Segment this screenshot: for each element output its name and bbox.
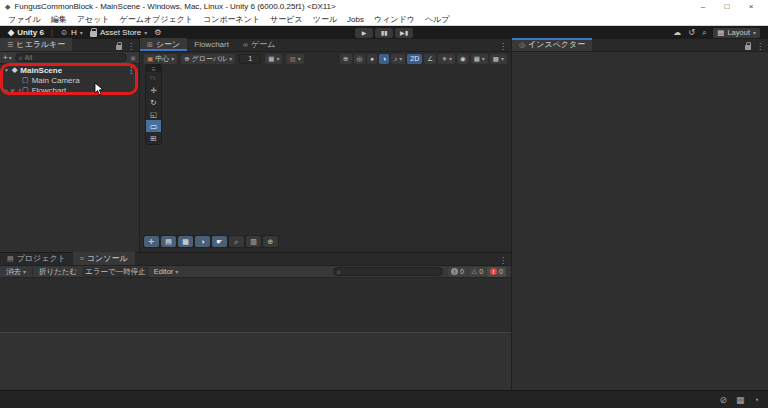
transform-tool[interactable]: ⊞ bbox=[146, 132, 161, 144]
chevron-down-icon: ▾ bbox=[175, 268, 178, 275]
snap-settings-dropdown[interactable]: ▥ ▾ bbox=[286, 54, 303, 64]
tab-console[interactable]: ≡ コンソール bbox=[73, 252, 135, 265]
package-manager-icon[interactable]: ▦ bbox=[736, 395, 745, 405]
close-button[interactable]: × bbox=[739, 0, 763, 13]
scene-viewport[interactable]: ▣ 中心 ▾ ⊕ グローバル ▾ 1 ▦ ▾ ▥ ▾ bbox=[140, 52, 511, 252]
grid-snap-dropdown[interactable]: ▦ ▾ bbox=[265, 54, 282, 64]
menu-edit[interactable]: 編集 bbox=[46, 14, 72, 25]
panel-menu-icon[interactable]: ⋮ bbox=[499, 42, 507, 51]
hierarchy-row-main-camera[interactable]: ▢ Main Camera bbox=[0, 75, 139, 85]
pickability-icon[interactable]: ☛ bbox=[10, 87, 15, 94]
scale-tool[interactable]: ◱ bbox=[146, 108, 161, 120]
progress-icon[interactable]: ◔ bbox=[754, 395, 759, 405]
audio-toggle-dropdown[interactable]: ♪▾ bbox=[391, 54, 405, 64]
search-icon[interactable]: ⌕ bbox=[702, 28, 706, 38]
orientation-dropdown[interactable]: ⊕ グローバル ▾ bbox=[181, 54, 235, 64]
editor-dropdown[interactable]: Editor ▾ bbox=[151, 267, 182, 277]
overlay-drag-handle[interactable]: ☰ bbox=[146, 65, 161, 72]
notifications-muted-icon[interactable]: ⊘ bbox=[720, 395, 728, 405]
editor-toolbar: ◆ Unity 6 | ☺ H ▾ Asset Store ▾ ⚙ ▶ ▮▮ ▶… bbox=[0, 26, 768, 39]
pivot-dropdown[interactable]: ▣ 中心 ▾ bbox=[144, 54, 177, 64]
main-area: ☰ ヒエラルキー ⋮ + ▾ ⌕ ▣ ▼ ◆ MainScene bbox=[0, 39, 768, 390]
nav-zoom-button[interactable]: ⌕ bbox=[229, 236, 244, 247]
draw-mode-button[interactable]: ● bbox=[367, 54, 377, 64]
gear-icon[interactable]: ⚙ bbox=[154, 28, 161, 37]
asset-store-dropdown[interactable]: Asset Store ▾ bbox=[90, 28, 147, 37]
history-icon[interactable]: ↺ bbox=[688, 28, 695, 37]
hierarchy-searchbox[interactable]: ⌕ bbox=[15, 53, 128, 62]
play-controls: ▶ ▮▮ ▶▮ bbox=[355, 28, 413, 38]
window-title: FungusCommonBlock - MainScene - Windows,… bbox=[14, 2, 335, 11]
visibility-eye-icon[interactable]: ◉ bbox=[3, 87, 8, 94]
visibility-button[interactable]: ◉ bbox=[457, 54, 469, 64]
render-mode-button[interactable]: ◑ bbox=[379, 54, 389, 64]
error-pause-toggle[interactable]: エラーで一時停止 bbox=[82, 267, 149, 277]
tab-project[interactable]: ▤ プロジェクト bbox=[0, 252, 73, 265]
warning-count-badge[interactable]: ⚠ 0 bbox=[468, 267, 486, 277]
hierarchy-row-mainscene[interactable]: ▼ ◆ MainScene ⋮ bbox=[0, 65, 139, 75]
tab-inspector[interactable]: ◎ インスペクター bbox=[512, 38, 592, 51]
move-tool[interactable]: ✛ bbox=[146, 84, 161, 96]
gameobject-icon: ▢ bbox=[22, 76, 29, 84]
info-count-badge[interactable]: ! 0 bbox=[448, 267, 467, 277]
nav-move-button[interactable]: ✛ bbox=[144, 236, 159, 247]
hierarchy-row-flowchart[interactable]: ◉ ☛ ● ▢ Flowchart bbox=[0, 85, 139, 95]
shaded-mode-button[interactable]: ◎ bbox=[354, 54, 366, 64]
account-dropdown[interactable]: ☺ H ▾ bbox=[60, 28, 83, 37]
menu-component[interactable]: コンポーネント bbox=[198, 14, 265, 25]
foldout-arrow-icon[interactable]: ▼ bbox=[4, 67, 9, 73]
console-searchbox[interactable]: ⌕ bbox=[333, 267, 443, 276]
layout-dropdown[interactable]: ▦ Layout ▾ bbox=[713, 28, 760, 38]
search-filter-icon[interactable]: ▣ bbox=[130, 54, 136, 61]
measure-button[interactable]: ∠ bbox=[424, 54, 436, 64]
panel-menu-icon[interactable]: ⋮ bbox=[756, 42, 764, 51]
panel-menu-icon[interactable]: ⋮ bbox=[499, 256, 507, 265]
add-gameobject-button[interactable]: + ▾ bbox=[3, 53, 12, 62]
menu-assets[interactable]: アセット bbox=[72, 14, 115, 25]
bottom-tabstrip: ▤ プロジェクト ≡ コンソール ⋮ bbox=[0, 253, 511, 266]
panel-menu-icon[interactable]: ⋮ bbox=[127, 42, 135, 51]
menu-jobs[interactable]: Jobs bbox=[342, 15, 369, 24]
view-hand-tool[interactable]: ☞ bbox=[146, 72, 161, 84]
step-button[interactable]: ▶▮ bbox=[395, 28, 413, 38]
menu-services[interactable]: サービス bbox=[265, 14, 308, 25]
nav-center-button[interactable]: ⊕ bbox=[263, 236, 278, 247]
nav-pan-button[interactable]: ☛ bbox=[212, 236, 227, 247]
pause-button[interactable]: ▮▮ bbox=[375, 28, 393, 38]
hierarchy-toolbar: + ▾ ⌕ ▣ bbox=[0, 52, 139, 64]
nav-orbit-button[interactable]: ◑ bbox=[195, 236, 210, 247]
clear-button[interactable]: 消去 ▾ bbox=[3, 267, 29, 277]
camera-dropdown[interactable]: ▦▾ bbox=[471, 54, 488, 64]
menu-tools[interactable]: ツール bbox=[308, 14, 342, 25]
play-button[interactable]: ▶ bbox=[355, 28, 373, 38]
rotate-tool[interactable]: ↻ bbox=[146, 96, 161, 108]
hierarchy-search-input[interactable] bbox=[25, 54, 124, 61]
console-search-input[interactable] bbox=[343, 268, 439, 275]
nav-camera-button[interactable]: ▤ bbox=[161, 236, 176, 247]
tool-settings-button[interactable]: ⊕ bbox=[340, 54, 351, 64]
maximize-button[interactable]: □ bbox=[715, 0, 739, 13]
console-log-list[interactable] bbox=[0, 278, 511, 332]
rect-tool[interactable]: ▭ bbox=[146, 120, 161, 132]
menu-window[interactable]: ウィンドウ bbox=[369, 14, 420, 25]
menu-help[interactable]: ヘルプ bbox=[420, 14, 455, 25]
tab-game[interactable]: ∞ ゲーム bbox=[236, 38, 282, 51]
lighting-dropdown[interactable]: ☀▾ bbox=[438, 54, 455, 64]
nav-grid-button[interactable]: ▩ bbox=[178, 236, 193, 247]
gizmos-dropdown[interactable]: ▩▾ bbox=[490, 54, 507, 64]
tab-flowchart[interactable]: Flowchart bbox=[187, 38, 236, 51]
scene-options-icon[interactable]: ⋮ bbox=[127, 66, 139, 75]
menu-gameobject[interactable]: ゲームオブジェクト bbox=[115, 14, 199, 25]
lock-icon[interactable] bbox=[116, 45, 122, 50]
tab-hierarchy[interactable]: ☰ ヒエラルキー bbox=[0, 38, 72, 51]
2d-toggle-button[interactable]: 2D bbox=[407, 54, 422, 64]
tab-scene[interactable]: ⊞ シーン bbox=[140, 38, 187, 51]
menu-file[interactable]: ファイル bbox=[3, 14, 46, 25]
nav-projection-button[interactable]: ▥ bbox=[246, 236, 261, 247]
grid-size-field[interactable]: 1 bbox=[239, 54, 261, 64]
minimize-button[interactable]: – bbox=[691, 0, 715, 13]
lock-icon[interactable] bbox=[745, 45, 751, 50]
error-count-badge[interactable]: ! 0 bbox=[487, 267, 506, 277]
collapse-toggle[interactable]: 折りたたむ bbox=[36, 267, 80, 277]
cloud-icon[interactable]: ☁ bbox=[673, 28, 681, 37]
